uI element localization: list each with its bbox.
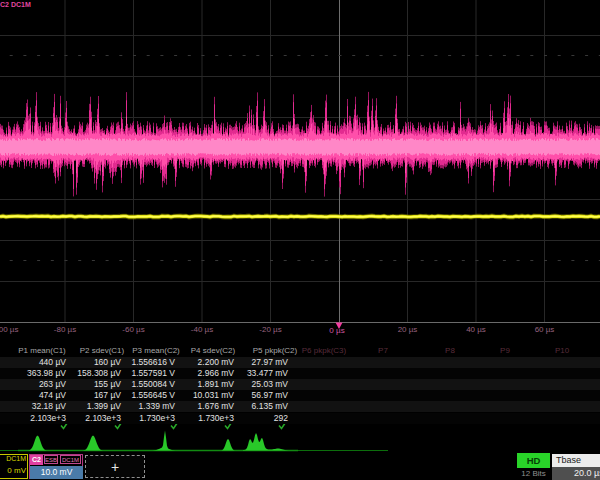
svg-text:C2 DC1M: C2 DC1M: [0, 1, 31, 8]
svg-text:-100 µs: -100 µs: [0, 325, 18, 334]
svg-text:20 µs: 20 µs: [398, 325, 418, 334]
svg-text:-20 µs: -20 µs: [259, 325, 281, 334]
svg-text:-60 µs: -60 µs: [122, 325, 144, 334]
svg-text:40 µs: 40 µs: [466, 325, 486, 334]
svg-text:0 µs: 0 µs: [329, 326, 344, 335]
svg-text:60 µs: 60 µs: [535, 325, 555, 334]
svg-text:-80 µs: -80 µs: [54, 325, 76, 334]
svg-text:-40 µs: -40 µs: [191, 325, 213, 334]
